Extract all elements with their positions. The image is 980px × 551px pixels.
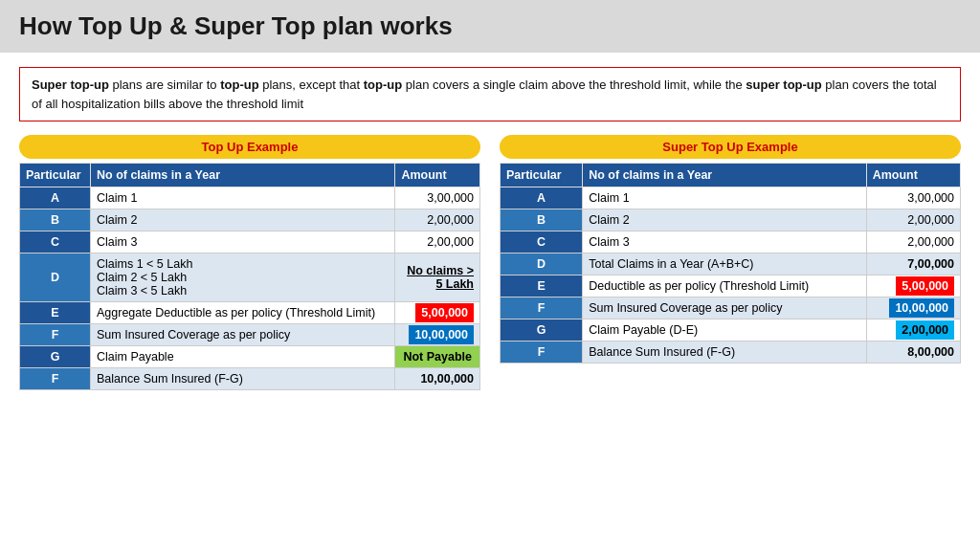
row-key: F — [501, 298, 583, 320]
row-desc: Claim Payable — [91, 346, 395, 368]
table-row: A Claim 1 3,00,000 — [20, 187, 480, 209]
supertopup-col-claims: No of claims in a Year — [583, 164, 866, 187]
supertopup-section: Super Top Up Example Particular No of cl… — [500, 135, 961, 364]
table-row: D Claims 1 < 5 LakhClaim 2 < 5 LakhClaim… — [20, 253, 480, 302]
row-key: F — [20, 368, 91, 390]
supertopup-col-particular: Particular — [501, 164, 583, 187]
topup-table: Particular No of claims in a Year Amount… — [19, 163, 480, 390]
row-desc: Sum Insured Coverage as per policy — [91, 324, 395, 346]
row-desc: Aggregate Deductible as per policy (Thre… — [91, 302, 395, 324]
table-row: C Claim 3 2,00,000 — [501, 231, 961, 253]
row-key: A — [501, 187, 583, 209]
desc-text: Super top-up plans are similar to top-up… — [32, 77, 937, 111]
row-desc: Sum Insured Coverage as per policy — [583, 298, 866, 320]
topup-col-amount: Amount — [395, 164, 480, 187]
row-desc: Claim 2 — [583, 209, 866, 231]
table-row: F Sum Insured Coverage as per policy 10,… — [501, 298, 961, 320]
table-row: F Sum Insured Coverage as per policy 10,… — [20, 324, 480, 346]
table-row: F Balance Sum Insured (F-G) 8,00,000 — [501, 342, 961, 364]
row-key: A — [20, 187, 91, 209]
row-amount: 2,00,000 — [866, 320, 960, 342]
row-key: D — [20, 253, 91, 302]
row-key: F — [20, 324, 91, 346]
row-key: B — [20, 209, 91, 231]
row-key: F — [501, 342, 583, 364]
table-row: B Claim 2 2,00,000 — [501, 209, 961, 231]
row-desc: Deductible as per policy (Threshold Limi… — [583, 276, 866, 298]
row-key: E — [501, 276, 583, 298]
supertopup-col-amount: Amount — [866, 164, 960, 187]
row-key: E — [20, 302, 91, 324]
row-amount: 2,00,000 — [866, 231, 960, 253]
row-amount: 10,00,000 — [866, 298, 960, 320]
row-desc: Claim 2 — [91, 209, 395, 231]
row-amount: 10,00,000 — [395, 324, 480, 346]
page: How Top Up & Super Top plan works Super … — [0, 0, 980, 551]
row-amount: 2,00,000 — [395, 209, 480, 231]
table-row: F Balance Sum Insured (F-G) 10,00,000 — [20, 368, 480, 390]
supertopup-label: Super Top Up Example — [500, 135, 961, 159]
description-box: Super top-up plans are similar to top-up… — [19, 67, 961, 121]
row-desc: Claim Payable (D-E) — [583, 320, 866, 342]
row-desc: Claim 1 — [583, 187, 866, 209]
supertopup-table: Particular No of claims in a Year Amount… — [500, 163, 961, 364]
row-key: G — [20, 346, 91, 368]
page-title: How Top Up & Super Top plan works — [19, 11, 961, 41]
row-desc: Balance Sum Insured (F-G) — [91, 368, 395, 390]
row-amount: 3,00,000 — [395, 187, 480, 209]
row-amount: No claims >5 Lakh — [395, 253, 480, 302]
row-key: C — [501, 231, 583, 253]
row-desc: Claim 3 — [91, 231, 395, 253]
topup-header-row: Particular No of claims in a Year Amount — [20, 164, 480, 187]
row-amount: Not Payable — [395, 346, 480, 368]
table-row: D Total Claims in a Year (A+B+C) 7,00,00… — [501, 253, 961, 276]
row-desc: Claim 3 — [583, 231, 866, 253]
topup-label: Top Up Example — [19, 135, 480, 159]
row-amount: 3,00,000 — [866, 187, 960, 209]
row-desc: Claim 1 — [91, 187, 395, 209]
table-row: B Claim 2 2,00,000 — [20, 209, 480, 231]
table-row: E Aggregate Deductible as per policy (Th… — [20, 302, 480, 324]
row-amount: 2,00,000 — [866, 209, 960, 231]
topup-section: Top Up Example Particular No of claims i… — [19, 135, 480, 390]
title-bar: How Top Up & Super Top plan works — [0, 0, 980, 53]
table-row: A Claim 1 3,00,000 — [501, 187, 961, 209]
row-key: G — [501, 320, 583, 342]
row-desc: Total Claims in a Year (A+B+C) — [583, 253, 866, 276]
row-amount: 2,00,000 — [395, 231, 480, 253]
row-amount: 8,00,000 — [866, 342, 960, 364]
row-amount: 10,00,000 — [395, 368, 480, 390]
tables-row: Top Up Example Particular No of claims i… — [19, 135, 961, 390]
row-amount: 5,00,000 — [395, 302, 480, 324]
topup-col-claims: No of claims in a Year — [91, 164, 395, 187]
table-row: E Deductible as per policy (Threshold Li… — [501, 276, 961, 298]
row-desc: Claims 1 < 5 LakhClaim 2 < 5 LakhClaim 3… — [91, 253, 395, 302]
row-amount: 5,00,000 — [866, 276, 960, 298]
row-desc: Balance Sum Insured (F-G) — [583, 342, 866, 364]
supertopup-header-row: Particular No of claims in a Year Amount — [501, 164, 961, 187]
table-row: C Claim 3 2,00,000 — [20, 231, 480, 253]
row-amount: 7,00,000 — [866, 253, 960, 276]
table-row: G Claim Payable Not Payable — [20, 346, 480, 368]
row-key: D — [501, 253, 583, 276]
table-row: G Claim Payable (D-E) 2,00,000 — [501, 320, 961, 342]
row-key: B — [501, 209, 583, 231]
row-key: C — [20, 231, 91, 253]
topup-col-particular: Particular — [20, 164, 91, 187]
